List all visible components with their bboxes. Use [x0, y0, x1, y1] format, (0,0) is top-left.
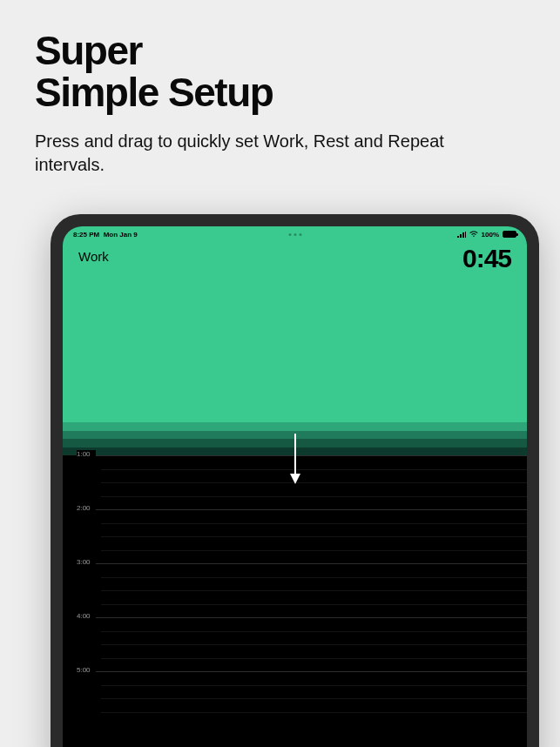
device-screen: 8:25 PM Mon Jan 9 100% Work 0:45 1:002:0… — [63, 226, 527, 747]
timeline-minute: 5:00 — [63, 671, 527, 725]
timeline-minute: 1:00 — [63, 455, 527, 509]
page-subtitle: Press and drag to quickly set Work, Rest… — [35, 130, 453, 177]
timeline-label: 4:00 — [77, 612, 96, 620]
title-line-2: Simple Setup — [35, 70, 273, 115]
battery-icon — [503, 231, 516, 238]
timeline-label: 5:00 — [77, 666, 96, 674]
status-time-date: 8:25 PM Mon Jan 9 — [73, 231, 138, 239]
work-time: 0:45 — [462, 246, 511, 272]
timeline[interactable]: 1:002:003:004:005:00 — [63, 455, 527, 747]
status-right: 100% — [457, 231, 516, 239]
timeline-minute: 4:00 — [63, 617, 527, 671]
page-title: Super Simple Setup — [35, 30, 525, 114]
battery-pct: 100% — [482, 231, 499, 239]
work-label: Work — [78, 249, 109, 264]
timeline-minute: 3:00 — [63, 563, 527, 617]
status-time: 8:25 PM — [73, 231, 99, 239]
wifi-icon — [469, 231, 478, 238]
status-bar: 8:25 PM Mon Jan 9 100% — [63, 226, 527, 242]
timeline-label: 2:00 — [77, 504, 96, 512]
drag-gradient — [63, 422, 527, 455]
status-date: Mon Jan 9 — [104, 231, 138, 239]
timeline-minute: 2:00 — [63, 509, 527, 563]
timeline-label: 3:00 — [77, 558, 96, 566]
multitask-dots-icon — [288, 233, 301, 236]
title-line-1: Super — [35, 28, 142, 73]
signal-icon — [457, 232, 466, 238]
device-frame: 8:25 PM Mon Jan 9 100% Work 0:45 1:002:0… — [51, 214, 539, 747]
work-interval-area[interactable]: Work 0:45 — [63, 226, 527, 422]
timeline-label: 1:00 — [77, 450, 96, 458]
